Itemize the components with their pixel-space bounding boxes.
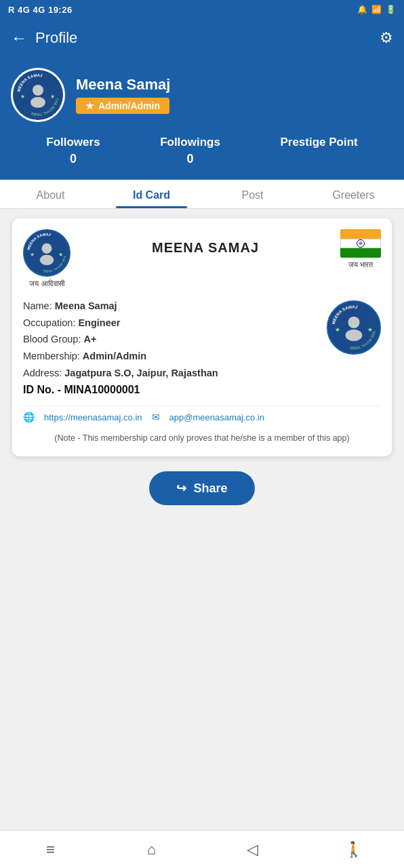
menu-icon: ≡ bbox=[46, 841, 55, 859]
page-title: Profile bbox=[35, 29, 77, 47]
nav-menu[interactable]: ≡ bbox=[0, 841, 101, 859]
tab-about[interactable]: About bbox=[0, 180, 101, 208]
card-address-line: Address: Jagatpura S.O, Jaipur, Rajastha… bbox=[23, 365, 320, 382]
profile-name-block: Meena Samaj ★ Admin/Admin bbox=[76, 76, 170, 114]
notification-icon: 🔔 bbox=[357, 5, 367, 14]
card-right-logo-svg: MEENA SAMAJ THE ROYAL TRIBE ★ ★ bbox=[328, 300, 380, 355]
share-button[interactable]: ↪ Share bbox=[149, 471, 254, 505]
tab-idcard[interactable]: Id Card bbox=[101, 180, 202, 208]
header-left: ← Profile bbox=[11, 28, 77, 47]
card-text-block: Name: Meena Samaj Occupation: Engineer B… bbox=[23, 298, 320, 396]
profile-info: MEENA SAMAJ THE ROYAL TRIBE ★ ★ bbox=[11, 68, 393, 122]
svg-point-13 bbox=[40, 255, 54, 265]
status-bar: R 4G 4G 19:26 🔔 📶 🔋 bbox=[0, 0, 404, 19]
avatar-logo-svg: MEENA SAMAJ THE ROYAL TRIBE ★ ★ bbox=[13, 70, 63, 120]
svg-text:★: ★ bbox=[30, 252, 35, 258]
card-title-center: MEENA SAMAJ bbox=[70, 229, 340, 256]
card-logo-subtext: जय आदिवासी bbox=[29, 279, 64, 288]
svg-point-20 bbox=[346, 330, 363, 341]
followers-value: 0 bbox=[70, 152, 77, 166]
svg-text:★: ★ bbox=[335, 326, 340, 333]
card-note: (Note - This membership card only proves… bbox=[23, 431, 381, 446]
card-header: MEENA SAMAJ THE ROYAL TRIBE ★ ★ जय आदिवा… bbox=[23, 229, 381, 288]
svg-point-19 bbox=[348, 317, 359, 328]
nav-home[interactable]: ⌂ bbox=[101, 841, 202, 859]
svg-text:★: ★ bbox=[367, 326, 373, 333]
badge-star: ★ bbox=[85, 100, 94, 111]
tab-post[interactable]: Post bbox=[202, 180, 303, 208]
card-logo-area: MEENA SAMAJ THE ROYAL TRIBE ★ ★ जय आदिवा… bbox=[23, 229, 70, 288]
card-right-logo: MEENA SAMAJ THE ROYAL TRIBE ★ ★ bbox=[327, 300, 381, 355]
card-name-line: Name: Meena Samaj bbox=[23, 298, 320, 315]
flag-subtext: जय भारत bbox=[348, 260, 373, 269]
share-icon: ↪ bbox=[176, 481, 186, 496]
admin-badge: ★ Admin/Admin bbox=[76, 98, 169, 114]
email-icon: ✉ bbox=[152, 412, 160, 422]
main-content: MEENA SAMAJ THE ROYAL TRIBE ★ ★ जय आदिवा… bbox=[0, 209, 404, 830]
nav-back[interactable]: ◁ bbox=[202, 841, 303, 859]
followings-value: 0 bbox=[187, 152, 194, 166]
card-avatar-logo: MEENA SAMAJ THE ROYAL TRIBE ★ ★ bbox=[23, 229, 70, 277]
svg-text:★: ★ bbox=[50, 94, 55, 100]
prestige-label: Prestige Point bbox=[280, 136, 357, 149]
badge-text: Admin/Admin bbox=[98, 100, 160, 111]
flag-chakra: ⊕ bbox=[357, 239, 365, 248]
settings-icon[interactable]: ⚙ bbox=[380, 29, 393, 47]
svg-text:★: ★ bbox=[58, 252, 63, 258]
tabs-container: About Id Card Post Greeters bbox=[0, 180, 404, 209]
share-label: Share bbox=[193, 481, 227, 496]
back-nav-icon: ◁ bbox=[247, 841, 258, 859]
card-id-number: ID No. - MINA10000001 bbox=[23, 384, 320, 396]
email-link[interactable]: app@meenasamaj.co.in bbox=[169, 412, 264, 422]
flag-green bbox=[340, 248, 381, 258]
svg-point-5 bbox=[33, 85, 43, 96]
card-membership-line: Membership: Admin/Admin bbox=[23, 348, 320, 365]
prestige-stat[interactable]: Prestige Point bbox=[280, 136, 357, 166]
person-icon: 🚶 bbox=[344, 841, 363, 859]
followings-stat[interactable]: Followings 0 bbox=[160, 136, 220, 166]
home-icon: ⌂ bbox=[147, 841, 156, 859]
card-details: Name: Meena Samaj Occupation: Engineer B… bbox=[23, 298, 381, 396]
card-links: 🌐 https://meenasamaj.co.in ✉ app@meenasa… bbox=[23, 406, 381, 425]
card-blood-line: Blood Group: A+ bbox=[23, 331, 320, 348]
flag-white: ⊕ bbox=[340, 239, 381, 248]
followings-label: Followings bbox=[160, 136, 220, 149]
back-button[interactable]: ← bbox=[11, 28, 27, 47]
nav-person[interactable]: 🚶 bbox=[303, 841, 404, 859]
card-logo-svg: MEENA SAMAJ THE ROYAL TRIBE ★ ★ bbox=[24, 229, 69, 277]
followers-stat[interactable]: Followers 0 bbox=[46, 136, 100, 166]
svg-text:★: ★ bbox=[20, 94, 25, 100]
signal-icon: 📶 bbox=[371, 5, 382, 14]
tab-greeters[interactable]: Greeters bbox=[303, 180, 404, 208]
card-occupation-line: Occupation: Engineer bbox=[23, 315, 320, 332]
status-time: R 4G 4G 19:26 bbox=[8, 5, 73, 15]
india-flag-area: ⊕ जय भारत bbox=[340, 229, 381, 269]
website-link[interactable]: https://meenasamaj.co.in bbox=[44, 412, 142, 422]
svg-point-12 bbox=[41, 243, 52, 254]
header: ← Profile ⚙ bbox=[0, 19, 404, 57]
profile-name: Meena Samaj bbox=[76, 76, 170, 94]
id-card: MEENA SAMAJ THE ROYAL TRIBE ★ ★ जय आदिवा… bbox=[12, 218, 392, 456]
battery-icon: 🔋 bbox=[386, 5, 396, 14]
svg-point-6 bbox=[31, 97, 45, 108]
card-main-title: MEENA SAMAJ bbox=[70, 240, 340, 256]
flag-orange bbox=[340, 229, 381, 239]
avatar: MEENA SAMAJ THE ROYAL TRIBE ★ ★ bbox=[11, 68, 65, 122]
bottom-nav: ≡ ⌂ ◁ 🚶 bbox=[0, 830, 404, 868]
profile-section: MEENA SAMAJ THE ROYAL TRIBE ★ ★ bbox=[0, 57, 404, 180]
followers-label: Followers bbox=[46, 136, 100, 149]
status-icons: 🔔 📶 🔋 bbox=[357, 5, 396, 14]
stats-row: Followers 0 Followings 0 Prestige Point bbox=[11, 136, 393, 166]
globe-icon: 🌐 bbox=[23, 412, 35, 422]
